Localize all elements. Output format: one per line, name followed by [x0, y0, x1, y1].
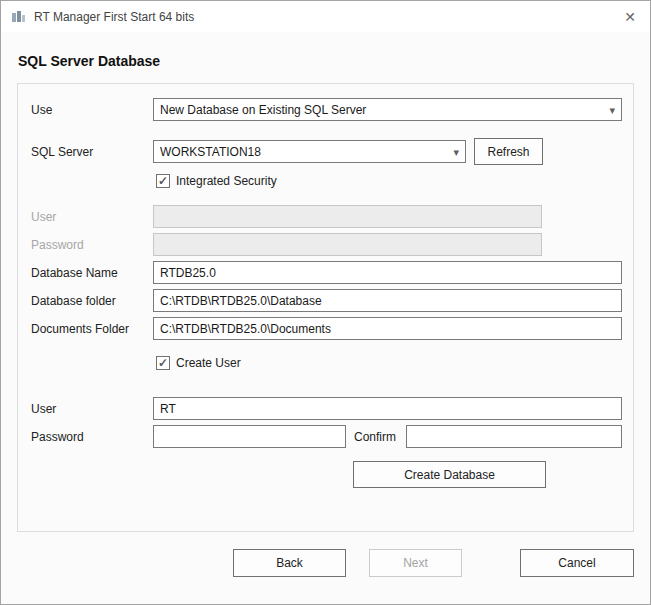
db-user-label: User — [31, 206, 56, 228]
db-password-label: Password — [31, 234, 84, 256]
db-user-input[interactable] — [153, 205, 542, 228]
use-label: Use — [31, 99, 52, 121]
checkbox-box: ✓ — [156, 174, 170, 188]
user-input[interactable] — [153, 397, 622, 420]
password-label: Password — [31, 426, 84, 448]
sql-server-label: SQL Server — [31, 141, 93, 163]
chevron-down-icon: ▾ — [453, 144, 459, 160]
database-folder-label: Database folder — [31, 290, 116, 312]
integrated-security-checkbox[interactable]: ✓ Integrated Security — [156, 174, 277, 188]
database-name-input[interactable] — [153, 261, 622, 284]
checkmark-icon: ✓ — [158, 175, 168, 187]
db-password-input[interactable] — [153, 233, 542, 256]
confirm-input[interactable] — [406, 425, 622, 448]
documents-folder-input[interactable] — [153, 317, 622, 340]
chevron-down-icon: ▾ — [609, 102, 615, 118]
use-dropdown[interactable]: New Database on Existing SQL Server ▾ — [153, 98, 622, 121]
close-icon: ✕ — [624, 9, 636, 25]
sql-server-dropdown[interactable]: WORKSTATION18 ▾ — [153, 140, 466, 163]
use-dropdown-value: New Database on Existing SQL Server — [160, 103, 599, 117]
create-user-label: Create User — [176, 356, 241, 370]
user-label: User — [31, 398, 56, 420]
password-input[interactable] — [153, 425, 346, 448]
sql-server-dropdown-value: WORKSTATION18 — [160, 145, 443, 159]
back-button[interactable]: Back — [233, 549, 346, 577]
checkmark-icon: ✓ — [158, 357, 168, 369]
refresh-button[interactable]: Refresh — [474, 138, 543, 165]
confirm-label: Confirm — [354, 426, 396, 448]
next-button[interactable]: Next — [369, 549, 462, 577]
integrated-security-label: Integrated Security — [176, 174, 277, 188]
dialog-window: RT Manager First Start 64 bits ✕ SQL Ser… — [0, 0, 651, 605]
create-database-button[interactable]: Create Database — [353, 461, 546, 488]
documents-folder-label: Documents Folder — [31, 318, 129, 340]
page-title: SQL Server Database — [18, 53, 160, 69]
close-button[interactable]: ✕ — [620, 7, 640, 27]
database-folder-input[interactable] — [153, 289, 622, 312]
app-icon — [11, 9, 26, 24]
database-name-label: Database Name — [31, 262, 118, 284]
titlebar: RT Manager First Start 64 bits ✕ — [1, 1, 650, 32]
checkbox-box: ✓ — [156, 356, 170, 370]
window-title: RT Manager First Start 64 bits — [34, 10, 194, 24]
create-user-checkbox[interactable]: ✓ Create User — [156, 356, 241, 370]
cancel-button[interactable]: Cancel — [520, 549, 634, 577]
